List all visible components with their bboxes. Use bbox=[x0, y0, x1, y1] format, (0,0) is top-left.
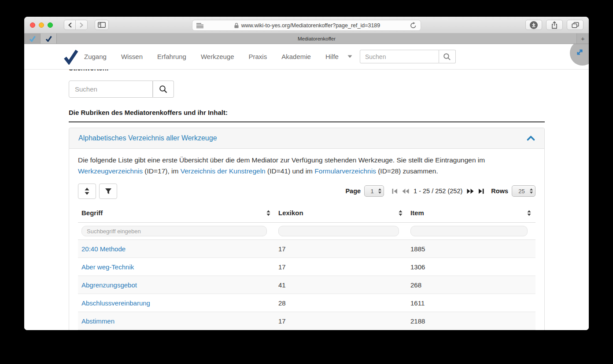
header-label: Lexikon bbox=[278, 209, 303, 217]
next-page-icon bbox=[467, 188, 474, 194]
nav-item-hilfe[interactable]: Hilfe bbox=[325, 53, 339, 60]
zoom-window-button[interactable] bbox=[48, 22, 53, 28]
page-value: 1 bbox=[365, 188, 378, 195]
row-link[interactable]: Aber weg-Technik bbox=[81, 263, 134, 271]
downloads-button[interactable] bbox=[525, 20, 542, 30]
filter-input-begriff[interactable] bbox=[81, 226, 267, 236]
row-link[interactable]: Abstimmen bbox=[81, 317, 114, 325]
column-header-begriff[interactable]: Begriff bbox=[78, 209, 275, 217]
chevron-down-icon[interactable] bbox=[347, 55, 352, 58]
filter-button[interactable] bbox=[99, 184, 117, 199]
sidebar-toggle-button[interactable] bbox=[95, 20, 109, 30]
sort-toggle-icon[interactable] bbox=[266, 210, 270, 216]
nav-item-zugang[interactable]: Zugang bbox=[84, 53, 107, 60]
keyword-search-input[interactable] bbox=[69, 81, 153, 98]
checkmark-icon bbox=[29, 36, 36, 42]
funnel-icon bbox=[105, 188, 112, 195]
intro-paragraph: Die folgende Liste gibt eine erste Übers… bbox=[78, 154, 504, 176]
rows-select[interactable]: 25 bbox=[512, 185, 535, 197]
intro-text: (ID=41) und im bbox=[266, 167, 315, 175]
site-logo-checkmark-icon[interactable] bbox=[63, 49, 79, 65]
pinned-tab-1[interactable] bbox=[24, 33, 41, 44]
table-row: Abgrenzungsgebot 41 268 bbox=[78, 276, 535, 294]
tab-overview-button[interactable] bbox=[567, 20, 583, 30]
nav-search-input[interactable] bbox=[360, 50, 439, 63]
panel-header[interactable]: Alphabetisches Verzeichnis aller Werkzeu… bbox=[69, 128, 544, 149]
keyword-search-button[interactable] bbox=[153, 81, 174, 98]
nav-item-wissen[interactable]: Wissen bbox=[121, 53, 143, 60]
table-row: 20:40 Methode 17 1885 bbox=[78, 240, 535, 258]
nav-search-button[interactable] bbox=[439, 50, 456, 63]
url-bar[interactable]: www.wiki-to-yes.org/Mediatorenkoffer?pag… bbox=[192, 20, 421, 31]
next-page-button[interactable] bbox=[467, 188, 474, 194]
sort-icon bbox=[84, 188, 90, 195]
table-row: Aber weg-Technik 17 1306 bbox=[78, 258, 535, 276]
chevron-left-icon bbox=[68, 22, 72, 28]
filter-input-item[interactable] bbox=[410, 226, 528, 236]
sort-toggle-icon[interactable] bbox=[399, 210, 403, 216]
page-select[interactable]: 1 bbox=[364, 185, 384, 197]
cell-lexikon: 28 bbox=[275, 299, 407, 307]
new-tab-button[interactable]: + bbox=[577, 33, 589, 44]
cell-lexikon: 17 bbox=[275, 263, 407, 271]
page-content: Stichworten: Die Rubriken des Mediatoren… bbox=[24, 44, 589, 330]
link-formularverzeichnis[interactable]: Formularverzeichnis bbox=[314, 167, 376, 175]
last-page-button[interactable] bbox=[478, 188, 484, 194]
row-link[interactable]: 20:40 Methode bbox=[81, 245, 126, 253]
first-page-button[interactable] bbox=[391, 188, 398, 194]
cell-item: 2188 bbox=[407, 317, 535, 325]
chevron-up-icon bbox=[527, 136, 535, 141]
download-icon bbox=[530, 21, 538, 29]
checkmark-icon bbox=[45, 36, 52, 42]
reload-icon[interactable] bbox=[410, 22, 417, 29]
url-text: www.wiki-to-yes.org/Mediatorenkoffer?pag… bbox=[241, 22, 380, 29]
prev-page-button[interactable] bbox=[402, 188, 409, 194]
cell-item: 1885 bbox=[407, 245, 535, 253]
collapse-button[interactable] bbox=[527, 136, 535, 141]
page-label: Page bbox=[345, 188, 361, 195]
first-page-icon bbox=[391, 188, 398, 194]
browser-window: www.wiki-to-yes.org/Mediatorenkoffer?pag… bbox=[24, 17, 589, 330]
share-button[interactable] bbox=[546, 20, 563, 30]
back-button[interactable] bbox=[64, 20, 76, 30]
page-viewport: Zugang Wissen Erfahrung Werkzeuge Praxis… bbox=[24, 44, 589, 330]
nav-item-praxis[interactable]: Praxis bbox=[249, 53, 267, 60]
chevron-right-icon bbox=[80, 22, 83, 28]
close-window-button[interactable] bbox=[30, 22, 35, 28]
minimize-window-button[interactable] bbox=[39, 22, 44, 28]
pinned-tab-2[interactable] bbox=[41, 33, 57, 44]
column-header-item[interactable]: Item bbox=[407, 209, 535, 217]
header-label: Begriff bbox=[81, 209, 103, 217]
row-link[interactable]: Abschlussvereinbarung bbox=[81, 299, 150, 307]
browser-toolbar: www.wiki-to-yes.org/Mediatorenkoffer?pag… bbox=[24, 17, 589, 33]
intro-text: Die folgende Liste gibt eine erste Übers… bbox=[78, 156, 485, 164]
search-icon bbox=[159, 85, 168, 94]
plus-icon: + bbox=[581, 35, 585, 42]
section-heading: Die Rubriken des Mediatorenkoffers und i… bbox=[69, 109, 228, 116]
filter-input-lexikon[interactable] bbox=[278, 226, 399, 236]
column-header-lexikon[interactable]: Lexikon bbox=[275, 209, 407, 217]
table-filter-row bbox=[78, 223, 535, 240]
link-verzeichnis-kunstregeln[interactable]: Verzeichnis der Kunstregeln bbox=[181, 167, 266, 175]
row-link[interactable]: Abgrenzungsgebot bbox=[81, 281, 137, 289]
active-tab[interactable]: Mediatorenkoffer bbox=[57, 33, 577, 44]
tabs-icon bbox=[572, 22, 579, 28]
reader-mode-icon[interactable] bbox=[196, 23, 204, 28]
panel-title[interactable]: Alphabetisches Verzeichnis aller Werkzeu… bbox=[78, 134, 217, 142]
cell-item: 1611 bbox=[407, 299, 535, 307]
sort-button[interactable] bbox=[78, 184, 96, 199]
sort-toggle-icon[interactable] bbox=[527, 210, 531, 216]
tab-bar: Mediatorenkoffer + bbox=[24, 33, 589, 44]
link-werkzeugverzeichnis[interactable]: Werkzeugverzeichnis bbox=[78, 167, 143, 175]
data-table: Begriff Lexikon bbox=[78, 203, 535, 330]
site-nav: Zugang Wissen Erfahrung Werkzeuge Praxis… bbox=[24, 44, 589, 70]
cell-lexikon: 17 bbox=[275, 245, 407, 253]
forward-button[interactable] bbox=[76, 20, 88, 30]
nav-item-akademie[interactable]: Akademie bbox=[281, 53, 311, 60]
rows-value: 25 bbox=[512, 188, 529, 195]
sidebar-icon bbox=[98, 22, 106, 28]
nav-item-erfahrung[interactable]: Erfahrung bbox=[157, 53, 186, 60]
cell-item: 268 bbox=[407, 281, 535, 289]
table-toolbar: Page 1 bbox=[78, 183, 535, 199]
nav-item-werkzeuge[interactable]: Werkzeuge bbox=[201, 53, 234, 60]
